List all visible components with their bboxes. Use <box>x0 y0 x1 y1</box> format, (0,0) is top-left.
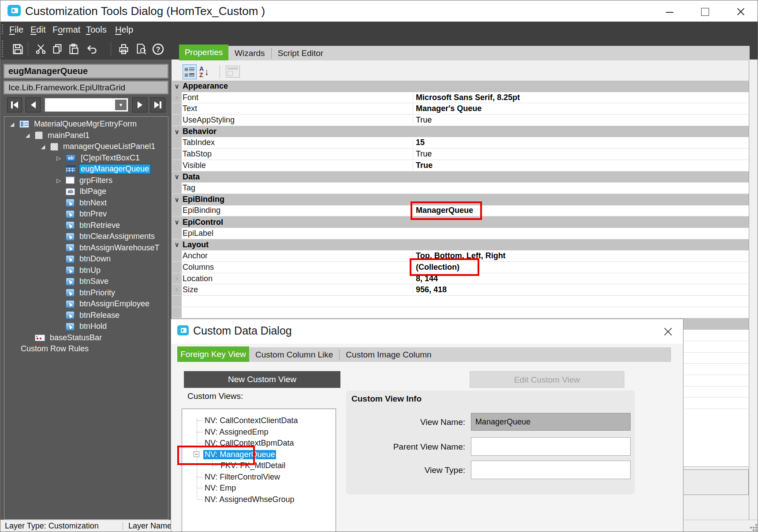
expand-icon[interactable]: › <box>172 92 182 103</box>
chevron-down-icon: ∨ <box>172 128 182 135</box>
menu-file[interactable]: File <box>7 22 26 38</box>
property-row[interactable]: Tag <box>172 182 749 194</box>
right-scroll-strip[interactable] <box>749 60 758 520</box>
tab-script-editor[interactable]: Script Editor <box>272 46 329 60</box>
tree-item[interactable]: btnAssignEmployee <box>4 298 168 310</box>
button-icon <box>66 323 75 331</box>
nav-prev-button[interactable] <box>26 97 41 112</box>
view-name-field[interactable]: ManagerQueue <box>471 413 631 431</box>
tree-item[interactable]: ablblPage <box>4 186 168 197</box>
empty-row <box>172 296 749 307</box>
menu-format[interactable]: Format <box>50 22 83 38</box>
customization-tools-window: Customization Tools Dialog (HomTex_Custo… <box>0 0 758 532</box>
maximize-button[interactable] <box>692 0 717 22</box>
nav-next-button[interactable] <box>132 97 147 112</box>
tab-foreign-key-view[interactable]: Foreign Key View <box>177 346 249 362</box>
tree-item[interactable]: btnHold <box>4 321 168 332</box>
property-row[interactable]: VisibleTrue <box>172 160 749 171</box>
tab-wizards[interactable]: Wizards <box>228 46 271 60</box>
tree-item[interactable]: btnPrev <box>4 208 168 220</box>
property-row[interactable]: EpiLabel <box>172 228 749 239</box>
button-icon <box>66 199 75 207</box>
tree-item[interactable]: ◢mainPanel1 <box>4 130 168 141</box>
tab-properties[interactable]: Properties <box>179 45 228 60</box>
dialog-close-button[interactable] <box>658 323 678 340</box>
tree-item[interactable]: btnRetrieve <box>4 220 168 231</box>
menu-help[interactable]: Help <box>112 22 136 38</box>
view-type-field[interactable] <box>471 461 631 479</box>
button-icon <box>66 278 75 286</box>
property-row[interactable]: UseAppStylingTrue <box>172 115 749 126</box>
help-icon[interactable]: ? <box>150 41 165 56</box>
print-preview-icon[interactable] <box>134 41 149 56</box>
custom-view-item[interactable]: NV: Emp <box>182 483 336 494</box>
tab-custom-column-like[interactable]: Custom Column Like <box>249 347 339 362</box>
menu-tools[interactable]: Tools <box>83 22 109 38</box>
control-select-combo[interactable]: ▼ <box>45 98 128 112</box>
expanded-icon[interactable]: ◢ <box>24 132 35 138</box>
property-row[interactable]: ›Size956, 418 <box>172 284 749 296</box>
copy-icon[interactable] <box>50 41 65 56</box>
custom-view-item[interactable]: NV: FilterControlView <box>182 472 336 483</box>
tree-item[interactable]: btnNext <box>4 197 168 209</box>
minimize-button[interactable] <box>657 0 682 22</box>
custom-view-item[interactable]: NV: CallContextClientData <box>182 415 336 427</box>
cut-icon[interactable] <box>33 41 48 56</box>
category-row[interactable]: ∨Layout <box>172 239 749 251</box>
chevron-down-icon: ∨ <box>172 83 182 90</box>
tree-item[interactable]: btnRelease <box>4 310 168 321</box>
expand-icon[interactable]: › <box>172 284 182 295</box>
category-row[interactable]: ∨Behavior <box>172 126 749 138</box>
tree-item[interactable]: ◢MaterialQueueMgrEntryForm <box>4 119 168 130</box>
expand-icon[interactable]: › <box>172 273 182 284</box>
tree-item-custom-row-rules[interactable]: Custom Row Rules <box>4 343 168 355</box>
categorized-view-icon[interactable]: ⊞ ⊞ <box>183 64 197 79</box>
custom-view-item[interactable]: NV: AssignedEmp <box>182 427 336 438</box>
statusbar-icon <box>35 335 45 341</box>
property-row[interactable]: TabStopTrue <box>172 149 749 160</box>
save-icon[interactable] <box>10 41 25 56</box>
category-row[interactable]: ∨Data <box>172 171 749 183</box>
collapsed-icon[interactable]: ▷ <box>55 177 66 184</box>
category-row[interactable]: ∨Appearance <box>172 81 749 92</box>
tree-item[interactable]: ▷grpFilters <box>4 175 168 186</box>
control-name-box[interactable]: eugManagerQueue <box>4 64 168 78</box>
new-custom-view-button[interactable]: New Custom View <box>184 371 340 388</box>
alphabetical-sort-icon[interactable]: AZ↓ <box>199 64 215 79</box>
menu-bar: File Edit Format Tools Help <box>0 22 758 38</box>
collapsed-icon[interactable]: ▷ <box>55 155 66 161</box>
print-icon[interactable] <box>116 41 131 56</box>
parent-view-name-field[interactable] <box>471 437 631 456</box>
custom-view-info-panel: Custom View Info View Name: ManagerQueue… <box>346 391 635 495</box>
resize-grip[interactable] <box>750 527 752 528</box>
tree-item[interactable]: ◢managerQueueListPanel1 <box>4 141 168 153</box>
expanded-icon[interactable]: ◢ <box>9 121 19 127</box>
property-row[interactable]: TabIndex15 <box>172 137 749 149</box>
tree-item[interactable]: btnSave <box>4 276 168 287</box>
tree-item[interactable]: btnClearAssignments <box>4 231 168 242</box>
custom-views-listbox[interactable]: NV: CallContextClientData NV: AssignedEm… <box>182 409 336 532</box>
chevron-down-icon[interactable]: ▼ <box>115 100 127 110</box>
tree-item[interactable]: btnDown <box>4 253 168 265</box>
left-panel: eugManagerQueue Ice.Lib.Framework.EpiUlt… <box>0 60 172 520</box>
tree-item[interactable]: ▷ab[C]epiTextBoxC1 <box>4 153 168 164</box>
toolbar-separator <box>111 41 111 56</box>
menu-edit[interactable]: Edit <box>28 22 48 38</box>
property-row[interactable]: TextManager's Queue <box>172 103 749 115</box>
edit-custom-view-button[interactable]: Edit Custom View <box>470 371 624 388</box>
paste-icon[interactable] <box>66 41 81 56</box>
tree-item[interactable]: btnPriority <box>4 287 168 299</box>
tree-item[interactable]: btnUp <box>4 265 168 276</box>
tree-item[interactable]: baseStatusBar <box>4 332 168 344</box>
nav-last-button[interactable] <box>150 97 165 112</box>
undo-icon[interactable] <box>84 41 99 56</box>
tree-item[interactable]: btnAssignWarehouseT <box>4 242 168 254</box>
nav-first-button[interactable] <box>7 97 22 112</box>
property-row[interactable]: ›FontMicrosoft Sans Serif, 8.25pt <box>172 92 749 104</box>
tree-item-selected[interactable]: eugManagerQueue <box>4 164 168 175</box>
expanded-icon[interactable]: ◢ <box>40 144 50 150</box>
custom-view-item[interactable]: NV: AssignedWhseGroup <box>182 494 336 506</box>
control-type-box: Ice.Lib.Framework.EpiUltraGrid <box>4 81 168 94</box>
tab-custom-image-column[interactable]: Custom Image Column <box>340 347 437 362</box>
close-button[interactable] <box>728 0 754 22</box>
